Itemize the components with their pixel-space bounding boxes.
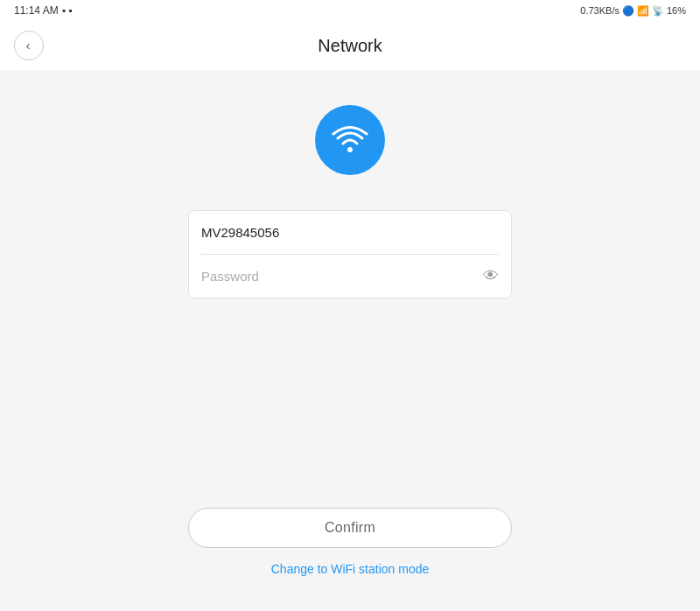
time-label: 11:14 AM (14, 4, 59, 17)
signal-icon: 📶 (637, 5, 649, 17)
wifi-icon-container (315, 105, 385, 175)
wifi-station-mode-link[interactable]: Change to WiFi station mode (271, 562, 430, 576)
ssid-input[interactable] (189, 211, 511, 254)
bluetooth-icon: 🔵 (622, 5, 634, 17)
chevron-left-icon: ‹ (26, 39, 31, 53)
status-icons: ▪ ▪ (62, 4, 73, 17)
status-time: 11:14 AM ▪ ▪ (14, 4, 73, 17)
battery-label: 16% (667, 5, 686, 16)
page-title: Network (318, 36, 382, 56)
wifi-status-icon: 📡 (652, 5, 664, 17)
bottom-actions: Confirm Change to WiFi station mode (188, 508, 512, 593)
network-speed: 0.73KB/s (580, 5, 620, 16)
form-container: 👁 (188, 210, 512, 298)
wifi-icon (330, 120, 370, 160)
confirm-button[interactable]: Confirm (188, 508, 512, 548)
status-right: 0.73KB/s 🔵 📶 📡 16% (580, 5, 686, 17)
svg-point-0 (347, 147, 353, 152)
header: ‹ Network (0, 21, 700, 70)
main-content: 👁 Confirm Change to WiFi station mode (0, 70, 700, 611)
eye-icon[interactable]: 👁 (483, 267, 499, 285)
status-bar: 11:14 AM ▪ ▪ 0.73KB/s 🔵 📶 📡 16% (0, 0, 700, 21)
back-button[interactable]: ‹ (14, 31, 44, 60)
password-row: 👁 (189, 255, 511, 298)
password-input[interactable] (189, 255, 511, 298)
